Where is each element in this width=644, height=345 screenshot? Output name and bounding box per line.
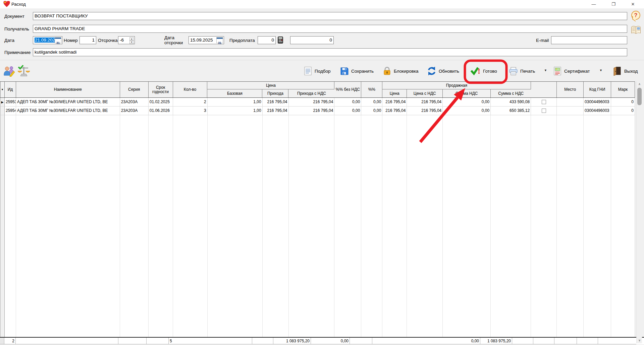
header-group-sale: Продажная Цена Цена с НДС Сумма НДС Сумм…	[382, 82, 531, 97]
vertical-scrollbar[interactable]: ∧ ∨	[636, 81, 642, 343]
date-label: Дата	[4, 38, 14, 43]
header-price-base[interactable]: Базовая	[207, 89, 262, 97]
calendar-icon[interactable]: 31	[55, 37, 61, 43]
number-label: Номер	[64, 38, 78, 43]
header-sale-price[interactable]: Цена	[382, 89, 407, 97]
podbor-label: Подбор	[315, 69, 331, 74]
print-dropdown-icon[interactable]: ▼	[544, 69, 547, 72]
header-pct[interactable]: %%	[361, 82, 382, 97]
header-pct-no-vat[interactable]: %% без НДС	[334, 82, 361, 97]
header-sale-vat-sum[interactable]: Сумма НДС	[443, 89, 491, 97]
podbor-button[interactable]: Подбор	[304, 63, 331, 79]
row-checkbox[interactable]	[542, 109, 546, 113]
header-gni[interactable]: Код ГНИ	[584, 82, 611, 97]
document-label: Документ	[4, 14, 24, 19]
lock-button[interactable]: Блокировка	[383, 63, 419, 79]
recipient-label: Получатель	[4, 26, 29, 31]
header-price-group-label[interactable]: Цена	[207, 82, 334, 89]
deferral-spinner[interactable]: ▲▼	[129, 37, 134, 43]
scroll-up-icon[interactable]: ∧	[637, 81, 642, 87]
cell-pct: 0,00	[361, 107, 382, 115]
header-sale-sum-vat[interactable]: Сумма с НДС	[491, 89, 531, 97]
number-input[interactable]: 1	[79, 36, 96, 44]
minimize-button[interactable]: —	[586, 0, 601, 8]
certificate-dropdown-icon[interactable]: ▼	[599, 69, 602, 72]
scales-check-button[interactable]	[17, 63, 30, 79]
header-series[interactable]: Серия	[120, 82, 149, 97]
cell-base: 1,00	[208, 98, 263, 107]
cell-income: 216 795,04	[263, 98, 289, 107]
save-label: Сохранить	[351, 69, 374, 74]
footer-vat-sum-total: 0,00	[372, 338, 480, 344]
journal-book-icon[interactable]	[631, 25, 641, 35]
window-title: Расход	[11, 2, 26, 7]
header-checkbox-col[interactable]	[531, 82, 557, 97]
prepayment-input[interactable]: 0	[258, 36, 276, 44]
cell-name: АДЕП ТАБ 30МГ №30/WELFAR UNITED LTD, BE	[16, 107, 120, 115]
print-button[interactable]: Печать	[509, 63, 535, 79]
header-place[interactable]: Место	[557, 82, 584, 97]
cell-pct-no-vat: 0,00	[334, 107, 361, 115]
header-qty[interactable]: Кол-во	[173, 82, 208, 97]
maximize-button[interactable]: ❐	[606, 0, 621, 8]
note-input[interactable]: kutilgandek sotilmadi	[33, 48, 627, 56]
cell-id: 25953	[5, 98, 16, 107]
row-checkbox[interactable]	[542, 100, 546, 104]
table-row[interactable]: 25954 АДЕП ТАБ 30МГ №30/WELFAR UNITED LT…	[0, 107, 635, 115]
header-id[interactable]: Ид	[5, 82, 16, 97]
printer-icon	[509, 67, 518, 76]
document-form: Документ ВОЗВРАТ ПОСТАВЩИКУ Получатель G…	[0, 8, 644, 60]
cell-place	[557, 107, 584, 115]
grid-empty-area	[0, 115, 635, 337]
document-input[interactable]: ВОЗВРАТ ПОСТАВЩИКУ	[33, 12, 627, 20]
totals-row: 2 5 1 083 975,20 0,00 0,00 1 083 975,20	[0, 337, 644, 344]
date-input[interactable]: 21.09.2025 31	[33, 36, 62, 44]
cell-sum-vat: 433 590,08	[491, 98, 531, 107]
footer-row-count: 2	[4, 338, 16, 344]
cell-pct-no-vat: 0,00	[334, 98, 361, 107]
refresh-button[interactable]: Обновить	[427, 63, 459, 79]
header-expiry[interactable]: Срок годности	[149, 82, 173, 97]
calendar-icon[interactable]: 31	[216, 37, 223, 43]
calculator-icon[interactable]	[278, 37, 283, 44]
header-mark[interactable]: Марк	[611, 82, 635, 97]
header-name[interactable]: Наименование	[16, 82, 120, 97]
header-price-income-vat[interactable]: Прихода с НДС	[288, 89, 334, 97]
padlock-icon	[383, 66, 391, 76]
certificate-icon	[553, 66, 562, 76]
spin-up-icon[interactable]: ▲	[129, 37, 134, 41]
scrollbar-thumb[interactable]	[637, 88, 642, 105]
close-button[interactable]: ✕	[625, 0, 641, 8]
cell-gni: 03004496003	[584, 107, 611, 115]
active-row-marker-icon: ▶	[0, 98, 5, 107]
scroll-down-icon[interactable]: ∨	[637, 338, 642, 343]
prepayment-sum-input[interactable]: 0	[290, 36, 334, 44]
expense-window: Расход — ❐ ✕ Документ ВОЗВРАТ ПОСТАВЩИКУ…	[0, 0, 644, 345]
table-row[interactable]: ▶ 25953 АДЕП ТАБ 30МГ №30/WELFAR UNITED …	[0, 98, 635, 107]
header-price-income[interactable]: Прихода	[262, 89, 288, 97]
users-edit-icon	[3, 65, 15, 77]
header-sale-price-vat[interactable]: Цена с НДС	[407, 89, 443, 97]
recipient-input[interactable]: GRAND PHARM TRADE	[33, 25, 627, 33]
cell-sale-price: 216 795,04	[382, 107, 407, 115]
floppy-save-icon	[340, 67, 349, 76]
done-label: Готово	[483, 69, 497, 74]
certificate-button[interactable]: Сертификат	[553, 63, 590, 79]
footer-income-vat-total: 1 083 975,20	[273, 338, 311, 344]
grid-header: ▼ Ид Наименование Серия Срок годности Ко…	[0, 81, 635, 98]
header-marker-dropdown-icon[interactable]: ▼	[0, 82, 5, 97]
spin-down-icon[interactable]: ▼	[129, 41, 134, 44]
cell-flag	[531, 98, 557, 107]
cell-series: 23A203A	[120, 107, 149, 115]
deferral-date-label: Дата отсрочки	[164, 35, 185, 45]
cell-qty: 3	[173, 107, 208, 115]
clients-edit-button[interactable]	[3, 63, 15, 79]
exit-button[interactable]: Выход	[613, 63, 638, 79]
save-button[interactable]: Сохранить	[340, 63, 374, 79]
deferral-date-input[interactable]: 15.09.2025 31	[189, 36, 224, 44]
header-sale-group-label[interactable]: Продажная	[382, 82, 531, 89]
done-button[interactable]: ! Готово	[471, 63, 497, 79]
email-input[interactable]	[551, 36, 627, 44]
deferral-input[interactable]: -6 ▲▼	[118, 36, 135, 44]
help-icon[interactable]: ?	[631, 11, 640, 20]
